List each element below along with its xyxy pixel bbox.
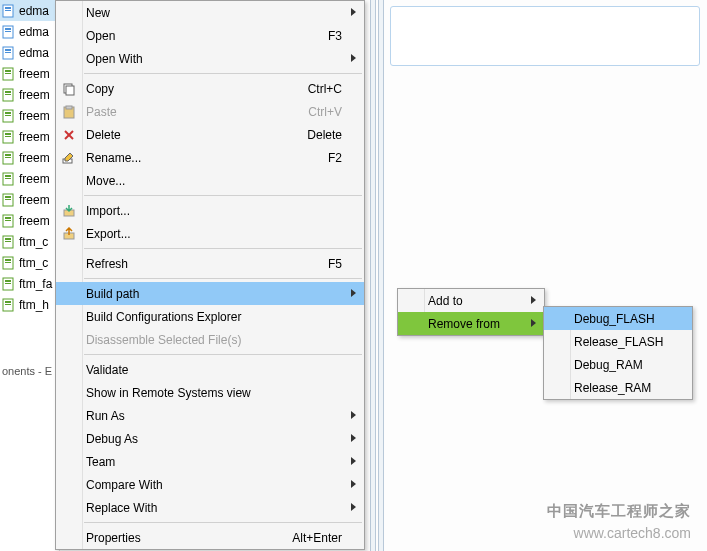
file-green-icon bbox=[2, 151, 16, 165]
menu-item-release-flash[interactable]: Release_FLASH bbox=[544, 330, 692, 353]
tree-item[interactable]: freem bbox=[0, 126, 59, 147]
menu-separator bbox=[84, 73, 362, 74]
submenu-arrow-icon bbox=[351, 411, 356, 419]
components-label: onents - E bbox=[2, 365, 52, 377]
menu-item-add-to[interactable]: Add to bbox=[398, 289, 544, 312]
menu-item-label: Move... bbox=[82, 174, 364, 188]
menu-item-move[interactable]: Move... bbox=[56, 169, 364, 192]
tree-item[interactable]: freem bbox=[0, 147, 59, 168]
submenu-arrow-icon bbox=[351, 434, 356, 442]
tree-item[interactable]: ftm_c bbox=[0, 252, 59, 273]
menu-shortcut: F3 bbox=[328, 29, 364, 43]
menu-separator bbox=[84, 278, 362, 279]
tree-item[interactable]: freem bbox=[0, 168, 59, 189]
tree-item[interactable]: freem bbox=[0, 105, 59, 126]
menu-item-new[interactable]: New bbox=[56, 1, 364, 24]
file-green-icon bbox=[2, 214, 16, 228]
submenu-arrow-icon bbox=[351, 503, 356, 511]
menu-item-debug-ram[interactable]: Debug_RAM bbox=[544, 353, 692, 376]
menu-item-label: Copy bbox=[82, 82, 308, 96]
menu-icon-empty bbox=[544, 353, 570, 376]
menu-icon-empty bbox=[56, 282, 82, 305]
menu-item-build-configurations-explorer[interactable]: Build Configurations Explorer bbox=[56, 305, 364, 328]
submenu-arrow-icon bbox=[531, 296, 536, 304]
menu-item-label: Debug_RAM bbox=[570, 358, 692, 372]
menu-icon-empty bbox=[56, 358, 82, 381]
menu-item-copy[interactable]: CopyCtrl+C bbox=[56, 77, 364, 100]
file-blue-icon bbox=[2, 46, 16, 60]
delete-icon bbox=[56, 123, 82, 146]
menu-item-delete[interactable]: DeleteDelete bbox=[56, 123, 364, 146]
export-icon bbox=[56, 222, 82, 245]
copy-icon bbox=[56, 77, 82, 100]
svg-rect-2 bbox=[5, 10, 11, 11]
menu-item-compare-with[interactable]: Compare With bbox=[56, 473, 364, 496]
svg-rect-38 bbox=[5, 262, 11, 263]
menu-item-open[interactable]: OpenF3 bbox=[56, 24, 364, 47]
watermark-url: www.cartech8.com bbox=[574, 525, 691, 541]
tree-item-label: edma bbox=[19, 25, 49, 39]
build-path-submenu: Add toRemove from bbox=[397, 288, 545, 336]
menu-item-label: Replace With bbox=[82, 501, 364, 515]
menu-item-debug-flash[interactable]: Debug_FLASH bbox=[544, 307, 692, 330]
tree-item[interactable]: ftm_fa bbox=[0, 273, 59, 294]
menu-item-debug-as[interactable]: Debug As bbox=[56, 427, 364, 450]
menu-separator bbox=[84, 354, 362, 355]
tree-item[interactable]: freem bbox=[0, 84, 59, 105]
menu-item-label: Run As bbox=[82, 409, 364, 423]
tree-item[interactable]: edma bbox=[0, 0, 59, 21]
menu-item-release-ram[interactable]: Release_RAM bbox=[544, 376, 692, 399]
menu-item-label: Refresh bbox=[82, 257, 328, 271]
svg-rect-13 bbox=[5, 91, 11, 93]
menu-icon-empty bbox=[56, 473, 82, 496]
paste-icon bbox=[56, 100, 82, 123]
vertical-divider[interactable] bbox=[378, 0, 384, 551]
tree-item-label: ftm_c bbox=[19, 256, 48, 270]
menu-item-label: Validate bbox=[82, 363, 364, 377]
menu-item-refresh[interactable]: RefreshF5 bbox=[56, 252, 364, 275]
menu-item-export[interactable]: Export... bbox=[56, 222, 364, 245]
menu-item-open-with[interactable]: Open With bbox=[56, 47, 364, 70]
tree-item-label: ftm_h bbox=[19, 298, 49, 312]
menu-icon-empty bbox=[56, 305, 82, 328]
menu-item-rename[interactable]: Rename...F2 bbox=[56, 146, 364, 169]
menu-item-label: New bbox=[82, 6, 364, 20]
menu-item-paste: PasteCtrl+V bbox=[56, 100, 364, 123]
menu-item-team[interactable]: Team bbox=[56, 450, 364, 473]
menu-icon-empty bbox=[56, 381, 82, 404]
menu-item-replace-with[interactable]: Replace With bbox=[56, 496, 364, 519]
menu-item-properties[interactable]: PropertiesAlt+Enter bbox=[56, 526, 364, 549]
svg-rect-25 bbox=[5, 175, 11, 177]
tree-item-label: freem bbox=[19, 214, 50, 228]
file-blue-icon bbox=[2, 4, 16, 18]
svg-rect-37 bbox=[5, 259, 11, 261]
menu-icon-empty bbox=[544, 376, 570, 399]
svg-rect-4 bbox=[5, 28, 11, 30]
tree-item-label: freem bbox=[19, 193, 50, 207]
tree-item[interactable]: ftm_c bbox=[0, 231, 59, 252]
menu-item-validate[interactable]: Validate bbox=[56, 358, 364, 381]
svg-rect-19 bbox=[5, 133, 11, 135]
tree-item[interactable]: freem bbox=[0, 189, 59, 210]
menu-icon-empty bbox=[56, 496, 82, 519]
file-green-icon bbox=[2, 109, 16, 123]
menu-item-remove-from[interactable]: Remove from bbox=[398, 312, 544, 335]
menu-item-label: Open bbox=[82, 29, 328, 43]
tree-item-label: edma bbox=[19, 4, 49, 18]
svg-rect-5 bbox=[5, 31, 11, 32]
import-icon bbox=[56, 199, 82, 222]
vertical-divider[interactable] bbox=[370, 0, 376, 551]
menu-icon-empty bbox=[56, 450, 82, 473]
menu-icon-empty bbox=[56, 328, 82, 351]
menu-item-show-in-remote-systems-view[interactable]: Show in Remote Systems view bbox=[56, 381, 364, 404]
tree-item[interactable]: edma bbox=[0, 42, 59, 63]
tree-item[interactable]: freem bbox=[0, 63, 59, 84]
menu-item-run-as[interactable]: Run As bbox=[56, 404, 364, 427]
menu-item-import[interactable]: Import... bbox=[56, 199, 364, 222]
tree-item[interactable]: edma bbox=[0, 21, 59, 42]
submenu-arrow-icon bbox=[351, 480, 356, 488]
tree-item[interactable]: ftm_h bbox=[0, 294, 59, 315]
tree-item[interactable]: freem bbox=[0, 210, 59, 231]
menu-item-build-path[interactable]: Build path bbox=[56, 282, 364, 305]
svg-rect-48 bbox=[66, 106, 72, 109]
